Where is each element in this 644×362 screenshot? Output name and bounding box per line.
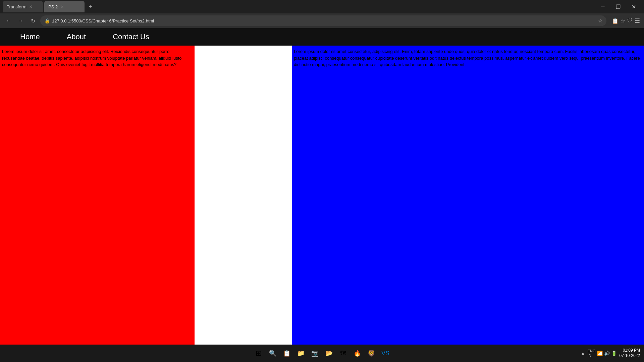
sys-icons: ENGIN 📶 🔊 🔋 — [588, 349, 617, 358]
back-button[interactable]: ← — [4, 16, 13, 25]
maximize-button[interactable]: ❐ — [610, 1, 626, 12]
date-display: 07-10-2022 — [620, 353, 640, 359]
nav-about[interactable]: About — [60, 33, 106, 41]
taskbar: ⊞ 🔍 📋 📁 📷 📂 🗺 🔥 🦁 VS ▲ ENGIN 📶 🔊 🔋 01:09… — [0, 345, 644, 362]
maps-button[interactable]: 🗺 — [337, 347, 349, 359]
folder-button[interactable]: 📂 — [323, 347, 335, 359]
tab-transform-close[interactable]: ✕ — [29, 4, 33, 9]
menu-icon[interactable]: ☰ — [635, 17, 640, 24]
task-view-button[interactable]: 📋 — [281, 347, 293, 359]
shield-icon[interactable]: 🛡 — [627, 18, 633, 24]
firefox-button[interactable]: 🔥 — [351, 347, 363, 359]
reading-icon[interactable]: 📋 — [612, 18, 619, 24]
search-taskbar-button[interactable]: 🔍 — [267, 347, 279, 359]
taskbar-center: ⊞ 🔍 📋 📁 📷 📂 🗺 🔥 🦁 VS — [253, 347, 391, 359]
content-area: Lorem ipsum dolor sit amet, consectetur … — [0, 46, 644, 345]
start-button[interactable]: ⊞ — [253, 347, 265, 359]
blue-column-text: Lorem ipsum dolor sit amet consectetur, … — [294, 49, 640, 67]
browser-window: Transform ✕ PS 2 ✕ + ─ ❐ ✕ ← → ↻ 🔒 127.0… — [0, 0, 644, 362]
new-tab-button[interactable]: + — [86, 3, 95, 10]
bookmark-icon[interactable]: ☆ — [598, 18, 602, 24]
reload-button[interactable]: ↻ — [28, 16, 38, 25]
address-bar[interactable]: 🔒 127.0.0.1:5500/CSS/Chapter 6/Practice … — [40, 15, 606, 26]
tab-ps2-close[interactable]: ✕ — [60, 4, 64, 9]
tab-ps2[interactable]: PS 2 ✕ — [44, 1, 85, 12]
forward-button[interactable]: → — [16, 16, 25, 25]
nav-home[interactable]: Home — [7, 33, 60, 41]
page-content: Home About Contact Us Lorem ipsum dolor … — [0, 28, 644, 345]
system-tray-arrow[interactable]: ▲ — [581, 351, 585, 356]
brave-button[interactable]: 🦁 — [365, 347, 377, 359]
time-display: 01:09 PM — [620, 348, 640, 353]
navbar: Home About Contact Us — [0, 28, 644, 46]
close-button[interactable]: ✕ — [626, 1, 641, 12]
tab-ps2-label: PS 2 — [48, 4, 58, 9]
column-red: Lorem ipsum dolor sit amet, consectetur … — [0, 46, 195, 345]
lock-icon: 🔒 — [44, 18, 50, 23]
red-column-text: Lorem ipsum dolor sit amet, consectetur … — [2, 49, 182, 67]
volume-icon[interactable]: 🔊 — [604, 351, 610, 356]
vscode-button[interactable]: VS — [379, 347, 391, 359]
lang-icon: ENGIN — [588, 349, 596, 358]
url-text: 127.0.0.1:5500/CSS/Chapter 6/Practice Se… — [52, 18, 154, 23]
browser-actions: 📋 ☆ 🛡 ☰ — [612, 17, 640, 24]
tab-transform-label: Transform — [7, 4, 26, 9]
wifi-icon[interactable]: 📶 — [597, 351, 603, 356]
camera-button[interactable]: 📷 — [309, 347, 321, 359]
file-explorer-button[interactable]: 📁 — [295, 347, 307, 359]
star-icon[interactable]: ☆ — [621, 18, 625, 24]
nav-contact[interactable]: Contact Us — [106, 33, 169, 41]
taskbar-right: ▲ ENGIN 📶 🔊 🔋 01:09 PM 07-10-2022 — [581, 348, 640, 358]
address-bar-row: ← → ↻ 🔒 127.0.0.1:5500/CSS/Chapter 6/Pra… — [0, 13, 644, 28]
battery-icon[interactable]: 🔋 — [611, 351, 617, 356]
tab-transform[interactable]: Transform ✕ — [3, 1, 43, 12]
tab-bar: Transform ✕ PS 2 ✕ + ─ ❐ ✕ — [0, 0, 644, 13]
column-blue: Lorem ipsum dolor sit amet consectetur, … — [292, 46, 644, 345]
column-white — [195, 46, 292, 345]
clock[interactable]: 01:09 PM 07-10-2022 — [620, 348, 640, 358]
window-controls: ─ ❐ ✕ — [595, 1, 641, 12]
address-bar-icons: ☆ — [598, 18, 602, 24]
minimize-button[interactable]: ─ — [595, 1, 610, 12]
